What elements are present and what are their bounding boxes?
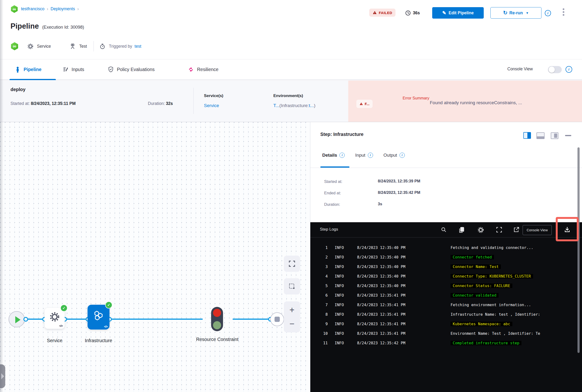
log-level: INFO (335, 302, 357, 307)
environment-link[interactable]: T... (273, 103, 279, 108)
start-node[interactable] (9, 311, 25, 328)
infrastructure-link[interactable]: t... (309, 103, 314, 108)
meta-divider (94, 41, 94, 52)
fullscreen-icon[interactable] (496, 226, 502, 233)
play-icon (15, 316, 21, 323)
fullscreen-icon (288, 260, 296, 267)
tab-output-label: Output (384, 152, 397, 158)
log-timestamp: 8/24/2023 12:35:42 PM (357, 341, 451, 345)
tab-input-label: Input (355, 152, 365, 158)
log-timestamp: 8/24/2023 12:35:41 PM (357, 331, 451, 336)
tab-policy-evaluations[interactable]: Policy Evaluations (108, 59, 155, 80)
tab-details[interactable]: Details i (322, 152, 345, 158)
end-node[interactable] (270, 312, 284, 326)
log-row: 11INFO8/24/2023 12:35:42 PMCompleted inf… (320, 338, 582, 348)
infrastructure-step-node[interactable]: </> ✓ (88, 305, 110, 330)
layout-split-right-icon[interactable] (523, 132, 531, 139)
open-in-new-icon[interactable] (513, 226, 520, 233)
elapsed-time-value: 36s (413, 10, 420, 16)
more-options-menu[interactable] (561, 7, 566, 17)
detail-duration-value: 3s (378, 202, 382, 206)
info-icon[interactable]: i (545, 10, 551, 16)
tab-inputs[interactable]: Inputs (63, 59, 84, 80)
breadcrumb-deployments-link[interactable]: Deployments (51, 6, 75, 12)
log-message: Connector Status: FAILURE (451, 284, 582, 288)
console-view-info-icon[interactable]: i (565, 66, 572, 73)
console-view-button-label: Console View (527, 228, 548, 232)
tab-resilience[interactable]: Resilience (188, 59, 219, 80)
traffic-light-red (213, 309, 221, 317)
zoom-out-button[interactable]: − (284, 320, 300, 328)
tab-policy-evaluations-label: Policy Evaluations (117, 67, 155, 72)
log-line-number: 5 (320, 284, 328, 288)
service-meta-label[interactable]: Service (37, 44, 51, 49)
started-at-label: Started at: (11, 101, 30, 106)
code-icon: </> (104, 325, 108, 328)
environment-infra-text: (Infrastructure: (279, 103, 309, 108)
gear-icon[interactable] (477, 226, 484, 233)
services-label: Service(s) (204, 94, 223, 98)
step-details-panel: Step: Infrastructure Details i Input i O… (310, 122, 582, 392)
tab-input[interactable]: Input i (355, 152, 373, 158)
step-panel-title: Step: Infrastructure (320, 132, 363, 137)
panel-scrollbar[interactable] (577, 147, 579, 353)
log-message-text: Kubernetes Namespace: abc (451, 322, 512, 326)
rerun-button[interactable]: ↻ Re-run ▼ (490, 7, 541, 18)
environment-value: T...(Infrastructure:t...) (273, 103, 315, 108)
search-icon[interactable] (440, 226, 447, 233)
log-message: Fetching environment information... (451, 302, 582, 307)
log-line-number: 7 (320, 302, 328, 307)
title-row: Pipeline (Execution Id: 30098) (11, 22, 84, 30)
environments-label: Environment(s) (273, 94, 303, 98)
test-meta-label[interactable]: Test (79, 44, 87, 49)
log-message: Kubernetes Namespace: abc (451, 322, 582, 326)
log-message-text: Connector Name: Test (451, 264, 501, 269)
resource-constraint-step-node[interactable] (211, 307, 223, 331)
info-icon[interactable]: i (399, 152, 405, 158)
pipeline-graph-canvas[interactable]: </> ✓ Service </> ✓ Infrastructure Resou… (0, 122, 310, 392)
minimize-panel-icon[interactable] (565, 135, 571, 136)
success-check-badge: ✓ (61, 305, 67, 311)
log-line-number: 4 (320, 274, 328, 278)
console-view-toggle[interactable] (548, 66, 562, 73)
zoom-controls: + − (284, 302, 300, 332)
copy-icon[interactable] (458, 226, 465, 233)
layout-bottom-icon[interactable] (536, 132, 544, 139)
detail-started-label: Started at: (324, 179, 342, 184)
log-message-text: Infrastructure Name: test , Identifier: (451, 312, 540, 317)
layout-floating-icon[interactable] (551, 132, 558, 139)
trigger-user-link[interactable]: test (135, 44, 141, 49)
console-view-label: Console View (507, 66, 533, 72)
stage-name[interactable]: deploy (11, 87, 26, 92)
log-message: Connector Type: KUBERNETES_CLUSTER (451, 274, 582, 278)
log-message: Infrastructure Name: test , Identifier: (451, 312, 582, 317)
service-link[interactable]: Service (204, 103, 219, 108)
info-icon[interactable]: i (339, 152, 345, 158)
canvas-fullscreen-button[interactable] (284, 256, 300, 272)
tab-output[interactable]: Output i (384, 152, 405, 158)
log-message-text: Fetching and validating connector... (451, 245, 533, 250)
log-message: Connector Name: Test (451, 264, 582, 269)
tab-pipeline[interactable]: Pipeline (15, 59, 42, 80)
log-row: 10INFO8/24/2023 12:35:41 PMEnvironment N… (320, 328, 582, 338)
log-timestamp: 8/24/2023 12:35:40 PM (357, 274, 451, 278)
log-line-number: 8 (320, 312, 328, 317)
expand-panel-handle[interactable] (0, 364, 5, 388)
stage-duration: Duration: 32s (148, 101, 173, 106)
breadcrumb-project-link[interactable]: testfrancisco (21, 6, 44, 12)
service-step-node[interactable]: </> ✓ (45, 308, 65, 329)
stage-summary-bar: deploy Started at: 8/24/2023, 12:35:11 P… (0, 80, 582, 122)
canvas-select-button[interactable] (284, 278, 300, 294)
chevron-down-icon: ▼ (526, 11, 529, 15)
info-icon[interactable]: i (368, 152, 373, 158)
edit-pipeline-button[interactable]: ✎ Edit Pipeline (432, 7, 484, 18)
log-message: Connector fetched (451, 255, 582, 260)
chevron-right-icon (1, 373, 4, 379)
console-view-button[interactable]: Console View (523, 225, 552, 235)
error-summary-zone: F... Error Summary Found already running… (348, 80, 582, 122)
zoom-in-button[interactable]: + (284, 306, 300, 314)
download-logs-icon[interactable] (564, 226, 570, 233)
log-message: Connector validated (451, 293, 582, 298)
step-logs-title: Step Logs (320, 227, 338, 232)
log-timestamp: 8/24/2023 12:35:41 PM (357, 322, 451, 326)
